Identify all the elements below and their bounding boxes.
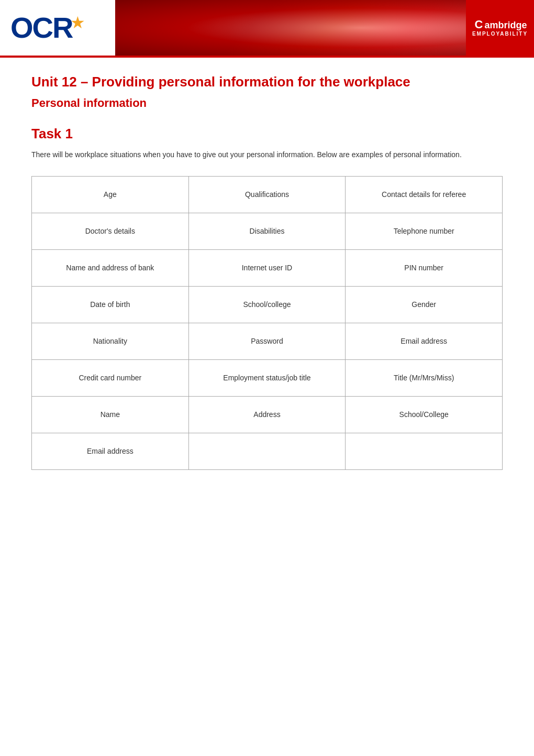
cambridge-logo-area: C ambridge EMPLOYABILITY [466, 0, 534, 56]
table-cell [188, 433, 346, 469]
table-cell: Telephone number [346, 213, 503, 249]
table-cell: Email address [346, 323, 503, 359]
table-row: AgeQualificationsContact details for ref… [32, 176, 503, 213]
table-cell: Gender [346, 286, 503, 323]
table-cell: Contact details for referee [346, 176, 503, 213]
task-title: Task 1 [31, 126, 503, 142]
ocr-text: OCR [10, 13, 72, 42]
table-cell: Date of birth [32, 286, 189, 323]
ocr-logo: OCR ★ [10, 13, 85, 42]
cambridge-top-row: C ambridge [473, 19, 527, 31]
table-row: Email address [32, 433, 503, 469]
table-cell [346, 433, 503, 469]
table-cell: Qualifications [188, 176, 346, 213]
main-content: Unit 12 – Providing personal information… [0, 58, 534, 486]
table-cell: School/College [346, 396, 503, 433]
table-cell: Credit card number [32, 359, 189, 396]
table-cell: Age [32, 176, 189, 213]
table-cell: Title (Mr/Mrs/Miss) [346, 359, 503, 396]
cambridge-ambridge-text: ambridge [484, 20, 527, 31]
table-row: Credit card numberEmployment status/job … [32, 359, 503, 396]
table-cell: Address [188, 396, 346, 433]
table-cell: School/college [188, 286, 346, 323]
table-cell: Name and address of bank [32, 249, 189, 286]
header-decorative-band [115, 0, 466, 56]
table-cell: Employment status/job title [188, 359, 346, 396]
table-cell: Email address [32, 433, 189, 469]
table-row: Name and address of bankInternet user ID… [32, 249, 503, 286]
unit-title: Unit 12 – Providing personal information… [31, 73, 503, 91]
star-icon: ★ [70, 13, 85, 32]
table-cell: Disabilities [188, 213, 346, 249]
table-cell: Name [32, 396, 189, 433]
table-cell: Internet user ID [188, 249, 346, 286]
table-row: NationalityPasswordEmail address [32, 323, 503, 359]
table-cell: Password [188, 323, 346, 359]
personal-info-table: AgeQualificationsContact details for ref… [31, 176, 503, 470]
table-row: NameAddressSchool/College [32, 396, 503, 433]
table-cell: Doctor's details [32, 213, 189, 249]
ocr-logo-area: OCR ★ [0, 0, 115, 56]
page-header: OCR ★ C ambridge EMPLOYABILITY [0, 0, 534, 58]
employability-label: EMPLOYABILITY [472, 31, 528, 37]
section-title: Personal information [31, 96, 503, 110]
cambridge-employability-logo: C ambridge EMPLOYABILITY [472, 19, 528, 37]
table-cell: PIN number [346, 249, 503, 286]
table-row: Doctor's detailsDisabilitiesTelephone nu… [32, 213, 503, 249]
table-cell: Nationality [32, 323, 189, 359]
cambridge-c-letter: C [473, 19, 484, 30]
table-row: Date of birthSchool/collegeGender [32, 286, 503, 323]
task-description: There will be workplace situations when … [31, 149, 503, 160]
